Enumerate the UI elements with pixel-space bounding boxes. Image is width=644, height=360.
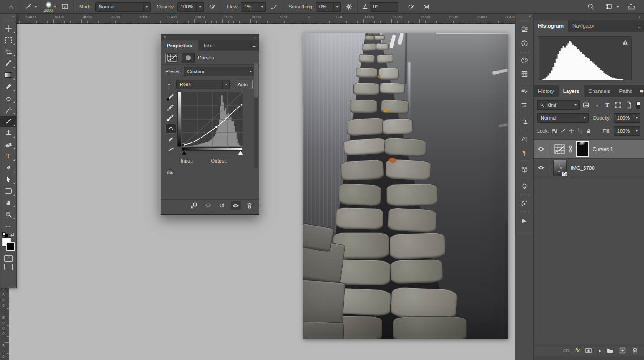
3d-icon[interactable] — [516, 163, 533, 176]
chevron-down-icon[interactable] — [616, 6, 619, 8]
swap-colors-icon[interactable]: ⇄ — [10, 232, 14, 238]
lock-position-icon[interactable] — [569, 128, 574, 134]
libraries-icon[interactable] — [516, 22, 533, 36]
rail-grip[interactable] — [520, 20, 530, 22]
pressure-size-icon[interactable] — [406, 1, 417, 13]
type-tool[interactable]: T — [0, 151, 16, 162]
rail-grip[interactable] — [520, 50, 530, 53]
home-icon[interactable]: ⌂ — [5, 1, 17, 13]
layer-opacity-field[interactable]: 100% — [614, 113, 640, 123]
rail-grip[interactable] — [520, 211, 530, 213]
clip-to-layer-icon[interactable] — [189, 201, 199, 210]
eyedropper-tool[interactable] — [0, 58, 16, 69]
clone-stamp-tool[interactable] — [0, 127, 16, 139]
smoothing-field[interactable]: 0% — [316, 2, 341, 12]
default-colors-icon[interactable] — [2, 232, 8, 237]
mode-select[interactable]: Normal — [95, 2, 151, 12]
rotate-view-icon[interactable] — [516, 197, 533, 210]
delete-adjustment-icon[interactable] — [245, 201, 254, 210]
layer-name[interactable]: IMG_3700 — [571, 165, 595, 171]
chevron-down-icon[interactable] — [34, 6, 37, 8]
gradient-tool[interactable] — [0, 69, 16, 81]
pen-tool[interactable] — [0, 162, 16, 174]
eraser-tool[interactable] — [0, 139, 16, 151]
edit-points-curve-icon[interactable] — [165, 124, 176, 134]
panel-resize-grip[interactable] — [204, 212, 216, 214]
link-layers-icon[interactable] — [563, 347, 570, 354]
brush-angle-field[interactable]: 0° — [370, 2, 398, 12]
channel-select[interactable]: RGB — [176, 80, 230, 89]
rail-grip[interactable] — [520, 81, 530, 84]
layer-filter-select[interactable]: Kind — [537, 100, 580, 110]
panel-scrollbar[interactable] — [254, 63, 258, 168]
pressure-opacity-icon[interactable] — [207, 1, 218, 13]
filter-shape-layers-icon[interactable] — [614, 100, 623, 109]
collapse-panels-icon[interactable]: » — [534, 13, 644, 20]
pencil-curve-icon[interactable] — [166, 135, 176, 144]
tab-properties[interactable]: Properties — [161, 40, 198, 51]
chevron-down-icon[interactable] — [54, 6, 56, 8]
white-point-eyedropper-icon[interactable] — [166, 113, 176, 122]
brush-preview[interactable]: 2800 — [44, 1, 53, 13]
lock-pixels-icon[interactable] — [560, 128, 566, 134]
character-icon[interactable]: A| — [516, 132, 533, 146]
info-icon[interactable] — [516, 36, 533, 50]
layer-filter-toggle[interactable] — [636, 101, 640, 109]
lasso-tool[interactable] — [0, 92, 16, 104]
learn-icon[interactable] — [516, 180, 533, 193]
path-select-tool[interactable] — [0, 174, 16, 185]
layer-fill-field[interactable]: 100% — [614, 126, 640, 136]
smoothing-options-gear-icon[interactable] — [343, 1, 355, 13]
horizontal-ruler[interactable]: 5000450040003500300025002000150010005000… — [0, 13, 515, 24]
layer-visibility-eye-icon[interactable] — [534, 159, 549, 177]
curves-plot[interactable] — [182, 92, 243, 147]
layer-row-image[interactable]: IMG_3700 — [534, 159, 644, 177]
workspace-switcher-icon[interactable] — [603, 1, 614, 13]
highlight-input-slider[interactable] — [238, 151, 243, 155]
auto-button[interactable]: Auto — [233, 80, 253, 89]
rail-grip[interactable] — [520, 112, 530, 114]
shape-tool[interactable] — [0, 185, 16, 197]
layer-visibility-eye-icon[interactable] — [534, 140, 549, 158]
gray-point-eyedropper-icon[interactable] — [166, 103, 176, 112]
brush-settings-panel-toggle[interactable] — [59, 1, 71, 13]
opacity-field[interactable]: 100% — [177, 2, 204, 12]
zoom-tool[interactable] — [0, 209, 16, 220]
layer-style-icon[interactable]: fx — [575, 347, 579, 354]
reset-adjustment-icon[interactable]: ↺ — [217, 201, 227, 210]
layer-mask-icon[interactable] — [182, 53, 195, 63]
collapse-panel-icon[interactable]: « — [254, 35, 257, 40]
tab-paths[interactable]: Paths — [614, 85, 636, 97]
smooth-curve-icon[interactable] — [166, 145, 176, 154]
expand-panels-icon[interactable]: « — [516, 13, 533, 19]
tab-history[interactable]: History — [534, 85, 559, 97]
tab-info[interactable]: Info — [198, 40, 218, 51]
rail-grip[interactable] — [520, 177, 530, 179]
cached-data-warning-icon[interactable] — [622, 39, 629, 46]
close-icon[interactable]: ✕ — [163, 35, 167, 40]
search-icon[interactable] — [585, 1, 597, 13]
layer-row-curves[interactable]: Curves 1 — [534, 140, 644, 159]
histogram-display[interactable] — [539, 36, 632, 80]
new-group-icon[interactable] — [606, 347, 614, 354]
hand-tool[interactable] — [0, 197, 16, 209]
layer-mask-thumbnail[interactable] — [576, 141, 589, 157]
brush-tool[interactable] — [0, 116, 16, 127]
preset-select[interactable]: Custom — [184, 67, 254, 76]
uncached-histogram-icon[interactable] — [166, 168, 259, 175]
share-icon[interactable] — [625, 1, 637, 13]
brush-tool-icon[interactable] — [23, 1, 34, 13]
quick-mask-button[interactable] — [4, 255, 13, 262]
lock-all-icon[interactable] — [586, 128, 592, 134]
mask-link-icon[interactable] — [568, 145, 573, 153]
curves-layer-thumbnail[interactable] — [554, 144, 565, 154]
move-tool[interactable] — [0, 23, 16, 34]
paragraph-icon[interactable]: ¶ — [516, 146, 533, 159]
expand-tools-icon[interactable]: » — [0, 14, 16, 19]
rail-grip[interactable] — [520, 160, 530, 162]
curves-adjustment-icon[interactable] — [165, 53, 178, 63]
actions-icon[interactable]: ▶ — [516, 213, 533, 227]
tab-channels[interactable]: Channels — [584, 85, 615, 97]
symmetry-icon[interactable]: ⋈ — [421, 1, 432, 13]
new-adjustment-layer-icon[interactable]: ◑ — [597, 347, 601, 354]
